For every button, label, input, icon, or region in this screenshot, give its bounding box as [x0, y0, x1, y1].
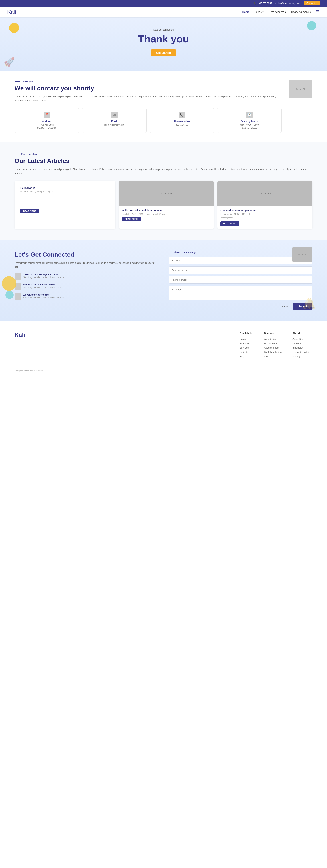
tag-line	[14, 81, 20, 82]
form-section-tag: Send us a message	[169, 251, 313, 253]
logo: Kali	[7, 9, 16, 15]
footer-service-advertisement[interactable]: Advertisement	[264, 346, 281, 349]
info-card-phone: 📞 Phone number 815.555.5555	[150, 108, 214, 133]
hero-rocket-icon: 🚀	[4, 57, 15, 67]
footer: Kali Quick links Home About us Services …	[0, 321, 327, 377]
nav-hero-headers[interactable]: Hero headers ▾	[269, 10, 286, 13]
contact-circle-teal	[5, 291, 13, 299]
email-card-icon: ✉	[111, 112, 118, 118]
hero-circle-yellow	[9, 23, 19, 33]
contact-inner: Let's Get Connected Lorem ipsum dolor si…	[14, 251, 313, 310]
email-icon: ✉	[275, 2, 277, 4]
blog-card-3-body: Orci varius natoque penatibus by admin |…	[217, 206, 313, 229]
top-bar: 📞 +815.555.5555 ✉ info@mycompany.com Get…	[0, 0, 327, 6]
hamburger-menu[interactable]: ☰	[316, 10, 320, 14]
topbar-cta-button[interactable]: Get started	[304, 1, 320, 5]
blog-tag: From the blog	[14, 153, 313, 155]
info-cards: 📍 Address 4953 Vine StreetSan Diego, CA …	[14, 108, 281, 133]
chevron-down-icon: ▾	[285, 10, 286, 13]
footer-link-projects[interactable]: Projects	[240, 350, 253, 353]
phone-icon: 📞	[254, 2, 256, 4]
nav-home[interactable]: Home	[242, 10, 249, 13]
footer-about: About About Kavi Careers Innovation Term…	[293, 332, 313, 359]
hours-text: Mon-Fri 9:00 – 18:00Sat-Sun – Closed	[220, 123, 279, 129]
chevron-down-icon: ▾	[262, 10, 264, 13]
hero-title: Thank you	[7, 33, 320, 45]
feature-text-2: We focus on the best results Sed fringil…	[23, 283, 64, 289]
blog-heading: Our Latest Articles	[14, 157, 313, 164]
contact-left: Let's Get Connected Lorem ipsum dolor si…	[14, 251, 158, 304]
footer-service-seo[interactable]: SEO	[264, 355, 281, 358]
footer-service-webdesign[interactable]: Web design	[264, 338, 281, 340]
email-input[interactable]	[169, 267, 313, 274]
footer-about-kavi[interactable]: About Kavi	[293, 338, 313, 340]
feature-text-1: Team of the best digital experts Sed fri…	[23, 273, 64, 279]
address-icon: 📍	[43, 112, 50, 118]
tag-line	[14, 154, 20, 154]
full-name-input[interactable]	[169, 257, 313, 264]
contact-circle-yellow	[2, 276, 16, 291]
contact-form: 4 + 14 = Submit	[169, 257, 313, 310]
hero-cta-button[interactable]: Get Started	[151, 49, 176, 57]
blog-card-2: 1000 x 563 Nulla arcu mi, suscipit ut du…	[119, 181, 214, 229]
footer-top: Kali Quick links Home About us Services …	[14, 332, 313, 359]
contact-feature-3: 15 years of experience Sed fringilla nul…	[14, 293, 158, 300]
footer-about-terms[interactable]: Terms & conditions	[293, 350, 313, 353]
blog-read-more-3[interactable]: READ MORE	[220, 221, 239, 226]
blog-card-1: Hello world! by admin | Mar 7, 2023 | Un…	[14, 181, 115, 229]
message-textarea[interactable]	[169, 286, 313, 300]
topbar-phone: 📞 +815.555.5555	[254, 2, 272, 4]
contact-image: 201 x 191	[293, 247, 313, 262]
contact-section: 🔔 201 x 191 Let's Get Connected Lorem ip…	[0, 240, 327, 321]
topbar-email: ✉ info@mycompany.com	[275, 2, 300, 4]
info-card-address: 📍 Address 4953 Vine StreetSan Diego, CA …	[14, 108, 79, 133]
blog-section: From the blog Our Latest Articles Lorem …	[0, 142, 327, 240]
nav-links: Home Pages ▾ Hero headers ▾ Header & men…	[242, 10, 320, 14]
contact-right: Send us a message 4 + 14 = Submit	[169, 251, 313, 310]
blog-card-3: 1000 x 563 Orci varius natoque penatibus…	[217, 181, 313, 229]
footer-copyright: Designed by foraktendficeri.com	[14, 370, 313, 372]
blog-read-more-2[interactable]: READ MORE	[122, 217, 141, 221]
footer-link-about[interactable]: About us	[240, 342, 253, 345]
thankyou-para: Lorem ipsum dolor sit amet, consectetur …	[14, 95, 281, 103]
hero-subtitle: Let's get connected	[7, 28, 320, 31]
footer-service-digital[interactable]: Digital marketing	[264, 350, 281, 353]
form-footer: 4 + 14 = Submit	[169, 303, 313, 310]
blog-cards: Hello world! by admin | Mar 7, 2023 | Un…	[14, 181, 313, 229]
hero-section: 🚀 Let's get connected Thank you Get Star…	[0, 18, 327, 71]
footer-link-home[interactable]: Home	[240, 338, 253, 340]
feature-icon-1	[14, 273, 21, 280]
hero-circle-teal	[307, 21, 316, 30]
form-tag-line	[169, 252, 173, 252]
footer-service-ecommerce[interactable]: eCommerce	[264, 342, 281, 345]
footer-link-services[interactable]: Services	[240, 346, 253, 349]
contact-feature-1: Team of the best digital experts Sed fri…	[14, 273, 158, 280]
navbar: Kali Home Pages ▾ Hero headers ▾ Header …	[0, 6, 327, 18]
chevron-down-icon: ▾	[310, 10, 311, 13]
thankyou-tag: Thank you	[14, 80, 281, 83]
blog-card-2-image: 1000 x 563	[119, 181, 214, 206]
captcha-text: 4 + 14 =	[282, 305, 291, 308]
phone-card-icon: 📞	[179, 112, 185, 118]
thankyou-heading: We will contact you shortly	[14, 85, 281, 92]
address-text: 4953 Vine StreetSan Diego, CA 92465	[17, 123, 77, 129]
footer-logo: Kali	[14, 332, 229, 338]
info-card-email: ✉ Email info@mycompany.com	[82, 108, 147, 133]
phone-input[interactable]	[169, 276, 313, 283]
hours-icon: 🕐	[246, 112, 252, 118]
blog-read-more-1[interactable]: READ MORE	[20, 209, 39, 213]
thankyou-main: Thank you We will contact you shortly Lo…	[14, 80, 281, 133]
footer-about-innovation[interactable]: Innovation	[293, 346, 313, 349]
footer-link-blog[interactable]: Blog	[240, 355, 253, 358]
blog-para: Lorem ipsum dolor sit amet, consectetur …	[14, 167, 313, 175]
info-card-hours: 🕐 Opening hours Mon-Fri 9:00 – 18:00Sat-…	[217, 108, 282, 133]
contact-bell-icon: 🔔	[302, 297, 316, 310]
nav-pages[interactable]: Pages ▾	[254, 10, 264, 13]
nav-header-menu[interactable]: Header & menu ▾	[291, 10, 311, 13]
feature-text-3: 15 years of experience Sed fringilla nul…	[23, 293, 64, 299]
contact-title: Let's Get Connected	[14, 251, 158, 258]
footer-services: Services Web design eCommerce Advertisem…	[264, 332, 281, 359]
contact-para: Lorem ipsum dolor sit amet, consectetur …	[14, 261, 158, 269]
footer-about-careers[interactable]: Careers	[293, 342, 313, 345]
footer-about-privacy[interactable]: Privacy	[293, 355, 313, 358]
